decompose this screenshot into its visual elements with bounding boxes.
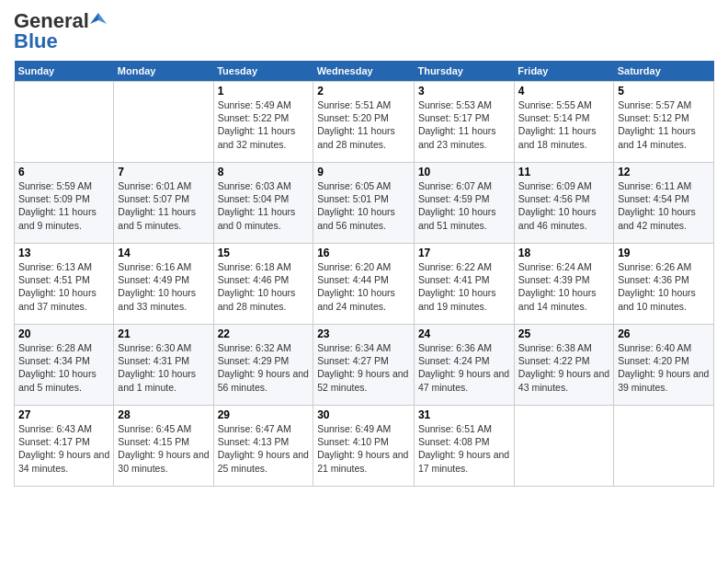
- day-cell: 16Sunrise: 6:20 AM Sunset: 4:44 PM Dayli…: [313, 244, 415, 325]
- day-info: Sunrise: 5:59 AM Sunset: 5:09 PM Dayligh…: [18, 179, 109, 232]
- day-number: 9: [317, 166, 410, 178]
- day-number: 27: [18, 408, 109, 421]
- week-row-5: 27Sunrise: 6:43 AM Sunset: 4:17 PM Dayli…: [15, 406, 714, 487]
- day-cell: 31Sunrise: 6:51 AM Sunset: 4:08 PM Dayli…: [414, 406, 514, 487]
- day-cell: 28Sunrise: 6:45 AM Sunset: 4:15 PM Dayli…: [114, 406, 213, 487]
- day-cell: 18Sunrise: 6:24 AM Sunset: 4:39 PM Dayli…: [514, 244, 613, 325]
- weekday-saturday: Saturday: [614, 61, 714, 82]
- day-number: 25: [518, 327, 609, 340]
- day-cell: 21Sunrise: 6:30 AM Sunset: 4:31 PM Dayli…: [114, 325, 213, 406]
- day-cell: 10Sunrise: 6:07 AM Sunset: 4:59 PM Dayli…: [414, 163, 514, 244]
- day-info: Sunrise: 5:57 AM Sunset: 5:12 PM Dayligh…: [618, 98, 710, 151]
- day-number: 10: [418, 166, 510, 178]
- day-number: 29: [218, 408, 310, 421]
- day-cell: 12Sunrise: 6:11 AM Sunset: 4:54 PM Dayli…: [614, 163, 714, 244]
- day-cell: 13Sunrise: 6:13 AM Sunset: 4:51 PM Dayli…: [15, 244, 114, 325]
- day-info: Sunrise: 6:49 AM Sunset: 4:10 PM Dayligh…: [317, 422, 410, 475]
- day-number: 26: [618, 327, 710, 340]
- day-info: Sunrise: 6:38 AM Sunset: 4:22 PM Dayligh…: [518, 341, 609, 394]
- logo-bird-icon: [90, 11, 107, 28]
- day-info: Sunrise: 6:01 AM Sunset: 5:07 PM Dayligh…: [118, 179, 209, 232]
- day-number: 4: [518, 85, 609, 98]
- day-info: Sunrise: 6:05 AM Sunset: 5:01 PM Dayligh…: [317, 179, 410, 232]
- day-cell: 14Sunrise: 6:16 AM Sunset: 4:49 PM Dayli…: [114, 244, 213, 325]
- day-cell: 25Sunrise: 6:38 AM Sunset: 4:22 PM Dayli…: [514, 325, 613, 406]
- day-info: Sunrise: 6:16 AM Sunset: 4:49 PM Dayligh…: [118, 260, 209, 313]
- day-cell: 15Sunrise: 6:18 AM Sunset: 4:46 PM Dayli…: [213, 244, 313, 325]
- day-cell: 26Sunrise: 6:40 AM Sunset: 4:20 PM Dayli…: [614, 325, 714, 406]
- day-info: Sunrise: 6:43 AM Sunset: 4:17 PM Dayligh…: [18, 422, 109, 475]
- page: General Blue SundayMondayTuesdayWednesda…: [0, 0, 728, 563]
- weekday-tuesday: Tuesday: [213, 61, 313, 82]
- day-number: 7: [118, 166, 209, 178]
- day-number: 31: [418, 408, 510, 421]
- day-cell: [514, 406, 613, 487]
- day-cell: 7Sunrise: 6:01 AM Sunset: 5:07 PM Daylig…: [114, 163, 213, 244]
- week-row-3: 13Sunrise: 6:13 AM Sunset: 4:51 PM Dayli…: [15, 244, 714, 325]
- day-number: 8: [218, 166, 310, 178]
- day-info: Sunrise: 5:49 AM Sunset: 5:22 PM Dayligh…: [218, 98, 310, 151]
- day-cell: 27Sunrise: 6:43 AM Sunset: 4:17 PM Dayli…: [15, 406, 114, 487]
- day-number: 5: [618, 85, 710, 98]
- day-info: Sunrise: 5:53 AM Sunset: 5:17 PM Dayligh…: [418, 98, 510, 151]
- day-cell: 3Sunrise: 5:53 AM Sunset: 5:17 PM Daylig…: [414, 82, 514, 163]
- weekday-header-row: SundayMondayTuesdayWednesdayThursdayFrid…: [15, 61, 714, 82]
- day-info: Sunrise: 6:40 AM Sunset: 4:20 PM Dayligh…: [618, 341, 710, 394]
- day-info: Sunrise: 6:26 AM Sunset: 4:36 PM Dayligh…: [618, 260, 710, 313]
- week-row-4: 20Sunrise: 6:28 AM Sunset: 4:34 PM Dayli…: [15, 325, 714, 406]
- week-row-1: 1Sunrise: 5:49 AM Sunset: 5:22 PM Daylig…: [15, 82, 714, 163]
- day-cell: 5Sunrise: 5:57 AM Sunset: 5:12 PM Daylig…: [614, 82, 714, 163]
- day-number: 11: [518, 166, 609, 178]
- day-number: 13: [18, 247, 109, 259]
- day-number: 17: [418, 247, 510, 259]
- day-number: 20: [18, 327, 109, 340]
- week-row-2: 6Sunrise: 5:59 AM Sunset: 5:09 PM Daylig…: [15, 163, 714, 244]
- day-info: Sunrise: 6:45 AM Sunset: 4:15 PM Dayligh…: [118, 422, 209, 475]
- day-info: Sunrise: 6:07 AM Sunset: 4:59 PM Dayligh…: [418, 179, 510, 232]
- weekday-sunday: Sunday: [15, 61, 114, 82]
- day-number: 22: [218, 327, 310, 340]
- day-number: 12: [618, 166, 710, 178]
- day-info: Sunrise: 6:18 AM Sunset: 4:46 PM Dayligh…: [218, 260, 310, 313]
- day-cell: 6Sunrise: 5:59 AM Sunset: 5:09 PM Daylig…: [15, 163, 114, 244]
- logo: General Blue: [14, 9, 107, 53]
- day-number: 15: [218, 247, 310, 259]
- day-number: 6: [18, 166, 109, 178]
- day-number: 21: [118, 327, 209, 340]
- day-info: Sunrise: 6:28 AM Sunset: 4:34 PM Dayligh…: [18, 341, 109, 394]
- day-number: 3: [418, 85, 510, 98]
- weekday-wednesday: Wednesday: [313, 61, 415, 82]
- day-info: Sunrise: 5:51 AM Sunset: 5:20 PM Dayligh…: [317, 98, 410, 151]
- day-cell: [15, 82, 114, 163]
- day-cell: [614, 406, 714, 487]
- day-cell: 20Sunrise: 6:28 AM Sunset: 4:34 PM Dayli…: [15, 325, 114, 406]
- svg-marker-1: [90, 13, 98, 24]
- calendar-table: SundayMondayTuesdayWednesdayThursdayFrid…: [14, 61, 714, 487]
- day-cell: 30Sunrise: 6:49 AM Sunset: 4:10 PM Dayli…: [313, 406, 415, 487]
- day-cell: 29Sunrise: 6:47 AM Sunset: 4:13 PM Dayli…: [213, 406, 313, 487]
- day-info: Sunrise: 6:51 AM Sunset: 4:08 PM Dayligh…: [418, 422, 510, 475]
- day-info: Sunrise: 6:47 AM Sunset: 4:13 PM Dayligh…: [218, 422, 310, 475]
- day-cell: 4Sunrise: 5:55 AM Sunset: 5:14 PM Daylig…: [514, 82, 613, 163]
- day-cell: 23Sunrise: 6:34 AM Sunset: 4:27 PM Dayli…: [313, 325, 415, 406]
- day-cell: 22Sunrise: 6:32 AM Sunset: 4:29 PM Dayli…: [213, 325, 313, 406]
- day-info: Sunrise: 5:55 AM Sunset: 5:14 PM Dayligh…: [518, 98, 609, 151]
- day-info: Sunrise: 6:09 AM Sunset: 4:56 PM Dayligh…: [518, 179, 609, 232]
- day-info: Sunrise: 6:32 AM Sunset: 4:29 PM Dayligh…: [218, 341, 310, 394]
- day-number: 18: [518, 247, 609, 259]
- day-info: Sunrise: 6:34 AM Sunset: 4:27 PM Dayligh…: [317, 341, 410, 394]
- day-number: 19: [618, 247, 710, 259]
- day-info: Sunrise: 6:20 AM Sunset: 4:44 PM Dayligh…: [317, 260, 410, 313]
- day-cell: 11Sunrise: 6:09 AM Sunset: 4:56 PM Dayli…: [514, 163, 613, 244]
- day-number: 28: [118, 408, 209, 421]
- svg-marker-0: [98, 13, 107, 24]
- weekday-monday: Monday: [114, 61, 213, 82]
- day-info: Sunrise: 6:36 AM Sunset: 4:24 PM Dayligh…: [418, 341, 510, 394]
- day-info: Sunrise: 6:24 AM Sunset: 4:39 PM Dayligh…: [518, 260, 609, 313]
- day-number: 23: [317, 327, 410, 340]
- day-info: Sunrise: 6:30 AM Sunset: 4:31 PM Dayligh…: [118, 341, 209, 394]
- day-info: Sunrise: 6:03 AM Sunset: 5:04 PM Dayligh…: [218, 179, 310, 232]
- day-cell: 24Sunrise: 6:36 AM Sunset: 4:24 PM Dayli…: [414, 325, 514, 406]
- logo-blue: Blue: [14, 29, 58, 53]
- weekday-friday: Friday: [514, 61, 613, 82]
